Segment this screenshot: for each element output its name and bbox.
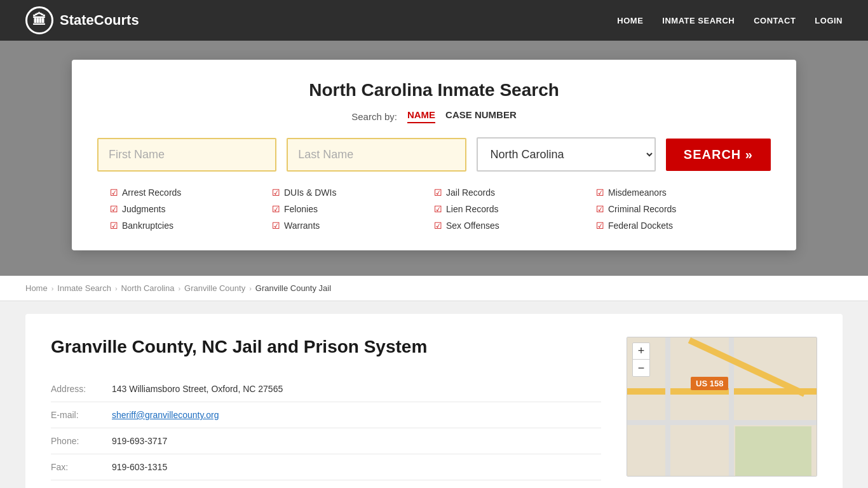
facility-title: Granville County, NC Jail and Prison Sys…	[51, 337, 601, 357]
phone-row: Phone: 919-693-3717	[51, 428, 601, 454]
feature-felonies: ☑ Felonies	[272, 202, 434, 216]
check-icon: ☑	[434, 187, 442, 198]
nav-inmate-search[interactable]: INMATE SEARCH	[662, 16, 735, 25]
search-card-title: North Carolina Inmate Search	[97, 80, 771, 100]
feature-bankruptcies: ☑ Bankruptcies	[110, 219, 272, 233]
search-button[interactable]: SEARCH »	[666, 139, 771, 171]
check-icon: ☑	[272, 220, 280, 231]
breadcrumb-granville[interactable]: Granville County	[184, 283, 245, 293]
state-select[interactable]: North Carolina Alabama Alaska Arizona Ca…	[477, 137, 656, 172]
tab-case-number[interactable]: CASE NUMBER	[445, 109, 517, 123]
content-card: Granville County, NC Jail and Prison Sys…	[25, 314, 843, 488]
check-icon: ☑	[272, 187, 280, 198]
site-header: 🏛 StateCourts HOME INMATE SEARCH CONTACT…	[0, 0, 868, 41]
breadcrumb-sep-3: ›	[178, 285, 180, 292]
search-inputs-row: North Carolina Alabama Alaska Arizona Ca…	[97, 137, 771, 172]
map-container: US 158 + −	[627, 337, 817, 477]
feature-federal-dockets: ☑ Federal Dockets	[596, 219, 758, 233]
feature-label: Warrants	[284, 220, 320, 231]
feature-criminal-records: ☑ Criminal Records	[596, 202, 758, 216]
map-green-area	[735, 426, 811, 477]
feature-label: Criminal Records	[608, 204, 676, 214]
feature-label: Bankruptcies	[122, 220, 173, 231]
main-content: Granville County, NC Jail and Prison Sys…	[0, 301, 868, 488]
nav-home[interactable]: HOME	[617, 16, 643, 25]
fax-value: 919-603-1315	[112, 462, 167, 472]
check-icon: ☑	[596, 204, 604, 214]
feature-label: Sex Offenses	[446, 220, 499, 231]
search-by-label: Search by:	[351, 111, 397, 122]
phone-value: 919-693-3717	[112, 436, 167, 446]
check-icon: ☑	[596, 220, 604, 231]
breadcrumb: Home › Inmate Search › North Carolina › …	[0, 276, 868, 301]
check-icon: ☑	[434, 204, 442, 214]
email-row: E-mail: sheriff@granvillecounty.org	[51, 402, 601, 428]
map-zoom-in[interactable]: +	[633, 343, 649, 360]
fax-label: Fax:	[51, 462, 102, 472]
last-name-input[interactable]	[287, 138, 466, 172]
main-nav: HOME INMATE SEARCH CONTACT LOGIN	[617, 16, 843, 25]
map-bg: US 158	[627, 337, 817, 476]
feature-label: Judgments	[122, 204, 165, 214]
feature-label: Jail Records	[446, 187, 495, 198]
map-zoom-out[interactable]: −	[633, 360, 649, 376]
tab-name[interactable]: NAME	[407, 109, 435, 123]
fax-row: Fax: 919-603-1315	[51, 454, 601, 480]
feature-label: Misdemeanors	[608, 187, 667, 198]
breadcrumb-current: Granville County Jail	[255, 283, 331, 293]
address-label: Address:	[51, 384, 102, 394]
check-icon: ☑	[434, 220, 442, 231]
map-controls: + −	[632, 342, 650, 377]
facility-info: Granville County, NC Jail and Prison Sys…	[51, 337, 601, 488]
check-icon: ☑	[110, 204, 118, 214]
first-name-input[interactable]	[97, 138, 276, 172]
feature-warrants: ☑ Warrants	[272, 219, 434, 233]
feature-label: Felonies	[284, 204, 318, 214]
feature-label: Arrest Records	[122, 187, 181, 198]
search-by-row: Search by: NAME CASE NUMBER	[97, 109, 771, 123]
feature-label: DUIs & DWIs	[284, 187, 336, 198]
feature-misdemeanors: ☑ Misdemeanors	[596, 186, 758, 200]
check-icon: ☑	[272, 204, 280, 214]
feature-duis: ☑ DUIs & DWIs	[272, 186, 434, 200]
feature-label: Lien Records	[446, 204, 499, 214]
address-row: Address: 143 Williamsboro Street, Oxford…	[51, 376, 601, 402]
hero-section: COURTHOUSE North Carolina Inmate Search …	[0, 41, 868, 276]
features-grid: ☑ Arrest Records ☑ DUIs & DWIs ☑ Jail Re…	[97, 186, 771, 233]
nav-contact[interactable]: CONTACT	[754, 16, 796, 25]
email-link[interactable]: sheriff@granvillecounty.org	[112, 410, 219, 420]
feature-label: Federal Dockets	[608, 220, 673, 231]
breadcrumb-nc[interactable]: North Carolina	[121, 283, 175, 293]
nav-login[interactable]: LOGIN	[815, 16, 843, 25]
feature-judgments: ☑ Judgments	[110, 202, 272, 216]
feature-jail-records: ☑ Jail Records	[434, 186, 596, 200]
search-card: North Carolina Inmate Search Search by: …	[72, 60, 796, 250]
phone-label: Phone:	[51, 436, 102, 446]
breadcrumb-sep-1: ›	[51, 285, 54, 292]
email-label: E-mail:	[51, 410, 102, 420]
site-name: StateCourts	[60, 12, 139, 29]
check-icon: ☑	[110, 220, 118, 231]
website-row: Website: http://www.granvillecounty.org/…	[51, 480, 601, 488]
address-value: 143 Williamsboro Street, Oxford, NC 2756…	[112, 384, 283, 394]
logo-icon: 🏛	[25, 6, 53, 34]
logo-area: 🏛 StateCourts	[25, 6, 139, 34]
feature-arrest-records: ☑ Arrest Records	[110, 186, 272, 200]
breadcrumb-inmate-search[interactable]: Inmate Search	[57, 283, 111, 293]
feature-sex-offenses: ☑ Sex Offenses	[434, 219, 596, 233]
check-icon: ☑	[110, 187, 118, 198]
map-road-label: US 158	[691, 377, 728, 390]
feature-lien-records: ☑ Lien Records	[434, 202, 596, 216]
breadcrumb-sep-4: ›	[249, 285, 252, 292]
breadcrumb-home[interactable]: Home	[25, 283, 48, 293]
breadcrumb-sep-2: ›	[115, 285, 118, 292]
check-icon: ☑	[596, 187, 604, 198]
